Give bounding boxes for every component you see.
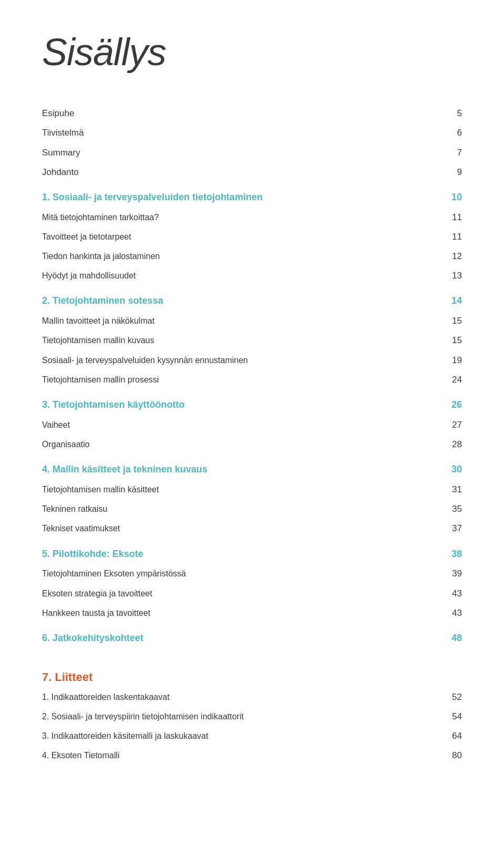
list-item: Tekniset vaatimukset37 (42, 520, 462, 537)
toc-item-label: 3. Tietojohtamisen käyttöönotto (42, 397, 441, 412)
toc-item-page: 35 (441, 502, 462, 516)
list-item: 2. Tietojohtaminen sotessa14 (42, 292, 462, 310)
list-item: Organisaatio28 (42, 436, 462, 453)
toc-item-label: Tietojohtaminen Eksoten ympäristössä (42, 567, 441, 581)
toc-item-page: 52 (441, 690, 462, 704)
toc-item-page: 19 (441, 353, 462, 367)
list-item: Hyödyt ja mahdollisuudet13 (42, 267, 462, 284)
list-item: 5. Pilottikohde: Eksote38 (42, 545, 462, 563)
toc-item-page: 43 (441, 586, 462, 601)
toc-item-label: Tiivistelmä (42, 126, 441, 140)
toc-item-page: 80 (441, 748, 462, 762)
toc-item-page: 28 (441, 437, 462, 451)
toc-item-label: Vaiheet (42, 418, 441, 432)
list-item: Summary7 (42, 144, 462, 161)
list-item: Esipuhe5 (42, 105, 462, 122)
toc-item-label: Tietojohtamisen mallin kuvaus (42, 334, 441, 347)
toc-item-label: 1. Sosiaali- ja terveyspalveluiden tieto… (42, 190, 441, 205)
list-item: 2. Sosiaali- ja terveyspiirin tietojohta… (42, 708, 462, 725)
list-item: Hankkeen tausta ja tavoitteet43 (42, 604, 462, 622)
toc-item-page: 27 (441, 418, 462, 432)
list-item: 1. Indikaattoreiden laskentakaavat52 (42, 688, 462, 706)
toc-item-label: Summary (42, 146, 441, 160)
toc-item-label: Tiedon hankinta ja jalostaminen (42, 250, 441, 263)
list-item: Tietojohtamisen mallin käsitteet31 (42, 481, 462, 498)
toc-item-label: Johdanto (42, 165, 441, 179)
toc-item-label: 2. Sosiaali- ja terveyspiirin tietojohta… (42, 710, 441, 724)
toc-item-page: 54 (441, 709, 462, 724)
list-item: Tiivistelmä6 (42, 124, 462, 141)
toc-item-page: 13 (441, 269, 462, 283)
toc-item-label: Esipuhe (42, 106, 441, 120)
toc-item-page: 31 (441, 482, 462, 497)
list-item: Tietojohtamisen mallin kuvaus15 (42, 332, 462, 349)
toc-item-label: Tekninen ratkaisu (42, 502, 441, 516)
toc-item-label: Sosiaali- ja terveyspalveluiden kysynnän… (42, 354, 441, 367)
toc-item-label: Mitä tietojohtaminen tarkoittaa? (42, 211, 441, 224)
toc-item-label: 1. Indikaattoreiden laskentakaavat (42, 690, 441, 704)
toc-item-label: 4. Mallin käsitteet ja tekninen kuvaus (42, 462, 441, 477)
list-item: 4. Eksoten Tietomalli80 (42, 747, 462, 764)
toc-item-label: 3. Indikaattoreiden käsitemalli ja lasku… (42, 729, 441, 743)
list-item: Tavoitteet ja tietotarpeet11 (42, 228, 462, 245)
list-item: 1. Sosiaali- ja terveyspalveluiden tieto… (42, 188, 462, 206)
toc-item-label: Hyödyt ja mahdollisuudet (42, 269, 441, 283)
toc-item-page: 5 (441, 106, 462, 120)
list-item: Johdanto9 (42, 163, 462, 181)
table-of-contents: Esipuhe5Tiivistelmä6Summary7Johdanto91. … (42, 105, 462, 764)
toc-item-label: Tietojohtamisen mallin käsitteet (42, 483, 441, 497)
toc-item-label: Eksoten strategia ja tavoitteet (42, 587, 441, 601)
toc-item-page: 39 (441, 566, 462, 581)
list-item: Tietojohtaminen Eksoten ympäristössä39 (42, 565, 462, 582)
toc-item-page: 30 (441, 462, 462, 477)
toc-item-label: Hankkeen tausta ja tavoitteet (42, 606, 441, 620)
toc-item-page: 37 (441, 521, 462, 535)
toc-item-page: 11 (441, 210, 462, 224)
toc-item-label: 2. Tietojohtaminen sotessa (42, 293, 441, 308)
list-item: 3. Tietojohtamisen käyttöönotto26 (42, 396, 462, 414)
toc-item-label: Tietojohtamisen mallin prosessi (42, 373, 441, 387)
list-item: Vaiheet27 (42, 416, 462, 433)
toc-item-label: 4. Eksoten Tietomalli (42, 749, 441, 762)
toc-item-label: Tavoitteet ja tietotarpeet (42, 230, 441, 244)
toc-item-page: 15 (441, 314, 462, 328)
toc-item-page: 11 (441, 230, 462, 244)
toc-item-page: 38 (441, 546, 462, 562)
list-item: Mitä tietojohtaminen tarkoittaa?11 (42, 209, 462, 226)
list-item: Tiedon hankinta ja jalostaminen12 (42, 247, 462, 265)
list-item: Tekninen ratkaisu35 (42, 500, 462, 518)
toc-item-page: 10 (441, 190, 462, 205)
toc-item-page: 14 (441, 293, 462, 308)
toc-item-page: 48 (441, 631, 462, 646)
toc-item-page: 64 (441, 729, 462, 743)
list-item: 6. Jatkokehityskohteet48 (42, 629, 462, 647)
toc-item-label: Organisaatio (42, 438, 441, 451)
list-item: Mallin tavoitteet ja näkökulmat15 (42, 312, 462, 329)
toc-item-page: 12 (441, 249, 462, 263)
toc-item-label: Mallin tavoitteet ja näkökulmat (42, 314, 441, 328)
toc-item-page: 26 (441, 397, 462, 412)
toc-item-label: 6. Jatkokehityskohteet (42, 631, 441, 646)
list-item: Eksoten strategia ja tavoitteet43 (42, 585, 462, 602)
list-item: Sosiaali- ja terveyspalveluiden kysynnän… (42, 352, 462, 369)
list-item: 3. Indikaattoreiden käsitemalli ja lasku… (42, 727, 462, 745)
toc-item-label: 5. Pilottikohde: Eksote (42, 546, 441, 562)
toc-item-page: 7 (441, 146, 462, 160)
toc-item-label: Tekniset vaatimukset (42, 522, 441, 535)
toc-item-page: 15 (441, 333, 462, 347)
toc-item-page: 9 (441, 165, 462, 179)
list-item: 4. Mallin käsitteet ja tekninen kuvaus30 (42, 460, 462, 479)
page-title: Sisällys (42, 32, 462, 73)
toc-item-page: 6 (441, 126, 462, 140)
list-item: Tietojohtamisen mallin prosessi24 (42, 371, 462, 388)
toc-item-page: 24 (441, 373, 462, 387)
appendix-heading: 7. Liitteet (42, 670, 462, 684)
toc-item-page: 43 (441, 606, 462, 620)
